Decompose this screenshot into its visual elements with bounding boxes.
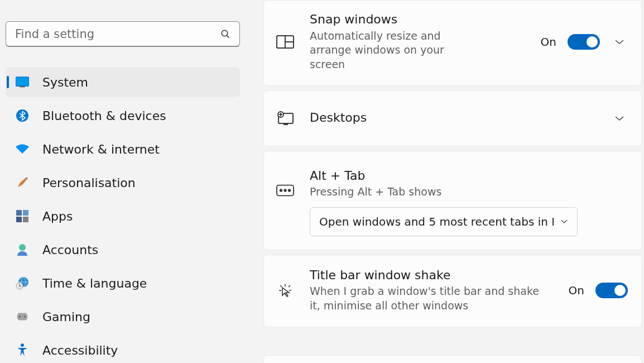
search-box[interactable]: [6, 21, 240, 47]
sidebar-item-time[interactable]: Time & language: [6, 268, 240, 298]
setting-desc: Pressing Alt + Tab shows: [310, 185, 544, 199]
search-input[interactable]: [15, 27, 220, 41]
toggle-state-label: On: [541, 35, 556, 49]
sidebar-item-personalisation[interactable]: Personalisation: [6, 168, 240, 198]
wifi-icon: [16, 142, 29, 156]
sidebar-item-gaming[interactable]: Gaming: [6, 302, 240, 332]
sidebar-item-label: Gaming: [42, 310, 90, 324]
setting-help[interactable]: [263, 355, 642, 363]
chevron-down-icon[interactable]: [611, 110, 628, 127]
sidebar-item-label: Apps: [42, 209, 73, 223]
alt-tab-icon: [276, 182, 294, 199]
svg-point-15: [21, 343, 24, 347]
setting-title: Alt + Tab: [310, 168, 628, 184]
snap-windows-icon: [276, 33, 294, 51]
setting-desc: Automatically resize and arrange windows…: [310, 29, 483, 72]
svg-point-0: [222, 30, 228, 36]
sidebar-item-label: Personalisation: [42, 176, 136, 190]
svg-point-14: [24, 316, 26, 318]
setting-title: Title bar window shake: [310, 268, 553, 284]
svg-line-1: [227, 35, 229, 38]
svg-line-30: [289, 285, 290, 287]
sidebar-item-label: Time & language: [42, 276, 147, 290]
svg-point-25: [280, 189, 282, 191]
bluetooth-icon: [16, 109, 29, 122]
snap-windows-toggle[interactable]: [568, 34, 600, 50]
svg-point-10: [19, 244, 26, 251]
sidebar-item-apps[interactable]: Apps: [6, 201, 240, 231]
sidebar-item-label: Accounts: [42, 243, 98, 257]
cursor-shake-icon: [276, 281, 294, 299]
search-icon: [220, 29, 230, 39]
sidebar-item-label: System: [42, 75, 88, 89]
sidebar-item-accounts[interactable]: Accounts: [6, 235, 240, 265]
sidebar-item-network[interactable]: Network & internet: [6, 134, 240, 164]
chevron-down-icon: [560, 219, 568, 224]
sidebar-item-label: Accessibility: [42, 343, 118, 357]
svg-line-28: [280, 285, 282, 287]
svg-point-13: [19, 316, 21, 318]
gamepad-icon: [16, 310, 29, 323]
setting-title: Snap windows: [310, 12, 525, 28]
paintbrush-icon: [16, 176, 29, 189]
apps-icon: [16, 209, 29, 223]
accessibility-icon: [16, 343, 29, 357]
svg-rect-7: [23, 210, 28, 216]
desktops-icon: [276, 109, 294, 127]
sidebar-item-label: Bluetooth & devices: [42, 109, 166, 123]
svg-rect-9: [23, 217, 28, 222]
dropdown-value: Open windows and 5 most recent tabs in M: [319, 215, 554, 228]
sidebar-item-label: Network & internet: [42, 142, 160, 156]
toggle-state-label: On: [569, 284, 584, 297]
svg-point-26: [284, 189, 286, 191]
alt-tab-dropdown[interactable]: Open windows and 5 most recent tabs in M: [310, 207, 578, 236]
globe-clock-icon: [16, 276, 29, 290]
setting-title-bar-shake[interactable]: Title bar window shake When I grab a win…: [263, 255, 642, 327]
title-bar-shake-toggle[interactable]: [595, 283, 628, 298]
setting-desc: When I grab a window's title bar and sha…: [310, 284, 544, 313]
sidebar-item-bluetooth[interactable]: Bluetooth & devices: [6, 101, 240, 131]
svg-rect-2: [16, 77, 29, 87]
svg-rect-6: [16, 210, 22, 216]
sidebar-item-system[interactable]: System: [6, 67, 240, 97]
setting-alt-tab: Alt + Tab Pressing Alt + Tab shows Open …: [263, 151, 642, 250]
svg-rect-8: [16, 217, 22, 222]
accounts-icon: [16, 243, 29, 256]
setting-snap-windows[interactable]: Snap windows Automatically resize and ar…: [263, 0, 642, 86]
system-icon: [16, 75, 29, 89]
setting-title: Desktops: [310, 110, 595, 126]
svg-rect-4: [20, 86, 25, 87]
setting-desktops[interactable]: Desktops: [263, 90, 642, 146]
svg-point-27: [289, 189, 290, 191]
sidebar-item-accessibility[interactable]: Accessibility: [6, 335, 240, 363]
chevron-down-icon[interactable]: [611, 34, 628, 50]
